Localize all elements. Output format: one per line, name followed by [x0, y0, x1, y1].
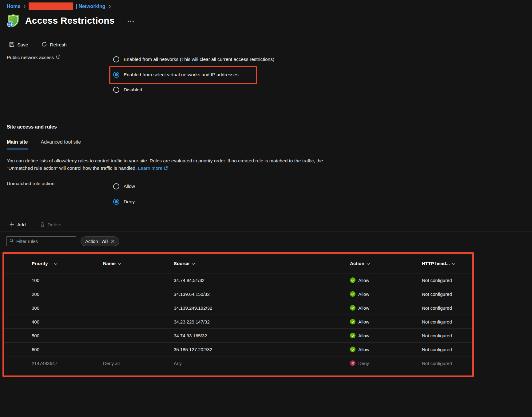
divider	[0, 232, 532, 232]
table-row[interactable]: 100 34.74.84.51/32 Allow Not configured	[4, 273, 472, 287]
external-link-icon	[164, 165, 168, 172]
add-rule-button[interactable]: Add	[9, 222, 26, 228]
cell-priority: 500	[32, 333, 103, 338]
cell-action: Allow	[350, 291, 422, 297]
close-icon[interactable]	[111, 240, 115, 243]
action-filter-pill[interactable]: Action : All	[81, 236, 119, 246]
chevron-down-icon	[367, 261, 370, 266]
radio-circle-icon	[113, 183, 119, 189]
radio-label: Allow	[124, 184, 135, 189]
radio-label: Disabled	[124, 87, 142, 93]
site-tabs: Main site Advanced tool site	[7, 139, 81, 149]
cell-http-header: Not configured	[422, 347, 472, 352]
cell-priority: 100	[32, 278, 103, 283]
filter-rules-input[interactable]	[16, 239, 73, 244]
redacted-resource-name	[29, 2, 73, 10]
table-row[interactable]: 600 35.185.127.202/32 Allow Not configur…	[4, 343, 472, 356]
access-restrictions-shield-icon	[6, 14, 20, 28]
chevron-down-icon	[54, 261, 58, 266]
radio-enabled-all-networks[interactable]: Enabled from all networks (This will cle…	[113, 56, 274, 63]
column-header-source[interactable]: Source	[174, 261, 350, 266]
radio-label: Deny	[124, 199, 135, 205]
cell-source: 34.74.84.51/32	[174, 278, 350, 283]
cell-source: Any	[174, 361, 350, 366]
cell-action-label: Allow	[358, 333, 369, 338]
refresh-label: Refresh	[50, 42, 66, 48]
refresh-icon	[42, 42, 47, 48]
site-access-heading: Site access and rules	[7, 124, 57, 130]
unmatched-rule-action-label: Unmatched rule action	[7, 181, 54, 186]
column-header-http-header[interactable]: HTTP head...	[422, 261, 472, 266]
radio-circle-icon	[113, 87, 119, 93]
delete-label: Delete	[48, 222, 62, 228]
radio-disabled[interactable]: Disabled	[113, 86, 142, 93]
cell-action-label: Allow	[358, 319, 369, 324]
radio-unmatched-allow[interactable]: Allow	[113, 183, 135, 190]
cell-action: Allow	[350, 305, 422, 311]
delete-rule-button[interactable]: Delete	[40, 222, 62, 228]
sort-ascending-icon: ↑	[50, 261, 52, 266]
more-options-icon[interactable]	[128, 19, 134, 22]
table-row[interactable]: 500 34.74.93.165/32 Allow Not configured	[4, 329, 472, 343]
cell-action: Allow	[350, 333, 422, 338]
breadcrumb-home-link[interactable]: Home	[7, 4, 20, 9]
tab-main-site[interactable]: Main site	[7, 139, 28, 149]
allow-status-icon	[350, 277, 355, 283]
column-header-priority[interactable]: Priority ↑	[32, 261, 103, 266]
save-button[interactable]: Save	[9, 42, 28, 48]
allow-status-icon	[350, 333, 355, 338]
cell-source: 34.139.249.192/32	[174, 305, 350, 311]
chevron-right-icon	[23, 4, 26, 9]
page-title: Access Restrictions	[25, 15, 115, 26]
rules-command-bar: Add Delete	[9, 220, 61, 229]
pill-value: All	[102, 239, 108, 244]
breadcrumb-networking-link[interactable]: | Networking	[76, 4, 105, 9]
pill-label: Action : All	[85, 239, 108, 244]
radio-label: Enabled from all networks (This will cle…	[124, 57, 274, 62]
column-label: Name	[103, 261, 116, 266]
info-icon[interactable]	[56, 54, 61, 60]
page-header: Access Restrictions	[6, 14, 134, 28]
trash-icon	[40, 222, 45, 228]
refresh-button[interactable]: Refresh	[42, 42, 66, 48]
pill-key: Action :	[85, 239, 101, 244]
cell-http-header: Not configured	[422, 333, 472, 338]
cell-source: 34.139.64.150/32	[174, 292, 350, 297]
cell-action: Allow	[350, 277, 422, 283]
cell-action-label: Allow	[358, 347, 369, 352]
column-label: Source	[174, 261, 189, 266]
cell-action-label: Allow	[358, 292, 369, 297]
column-header-action[interactable]: Action	[350, 261, 422, 266]
radio-enabled-select-networks[interactable]: Enabled from select virtual networks and…	[113, 71, 239, 78]
cell-action: Allow	[350, 347, 422, 352]
tab-advanced-tool-site[interactable]: Advanced tool site	[41, 139, 81, 149]
column-label: HTTP head...	[422, 261, 450, 266]
cell-http-header: Not configured	[422, 292, 472, 297]
public-network-access-label: Public network access	[7, 54, 61, 60]
allow-status-icon	[350, 319, 355, 324]
table-row[interactable]: 300 34.139.249.192/32 Allow Not configur…	[4, 301, 472, 315]
table-row[interactable]: 200 34.139.64.150/32 Allow Not configure…	[4, 287, 472, 301]
allow-status-icon	[350, 347, 355, 352]
cell-http-header: Not configured	[422, 361, 472, 366]
command-bar: Save Refresh	[9, 40, 67, 50]
learn-more-link[interactable]: Learn more	[138, 165, 162, 171]
table-row[interactable]: 400 34.23.229.147/32 Allow Not configure…	[4, 315, 472, 329]
radio-unmatched-deny[interactable]: Deny	[113, 198, 135, 205]
cell-priority: 200	[32, 292, 103, 297]
cell-priority: 600	[32, 347, 103, 352]
column-label: Action	[350, 261, 364, 266]
cell-source: 34.23.229.147/32	[174, 319, 350, 324]
cell-action: Allow	[350, 319, 422, 324]
public-network-access-text: Public network access	[7, 55, 54, 60]
cell-source: 34.74.93.165/32	[174, 333, 350, 338]
chevron-down-icon	[452, 261, 455, 266]
column-header-name[interactable]: Name	[103, 261, 174, 266]
cell-http-header: Not configured	[422, 305, 472, 311]
save-label: Save	[17, 42, 28, 48]
chevron-down-icon	[118, 261, 121, 266]
cell-priority: 400	[32, 319, 103, 324]
cell-name: Deny all	[103, 361, 174, 366]
add-label: Add	[17, 222, 26, 228]
table-row[interactable]: 2147483647 Deny all Any Deny Not configu…	[4, 356, 472, 370]
